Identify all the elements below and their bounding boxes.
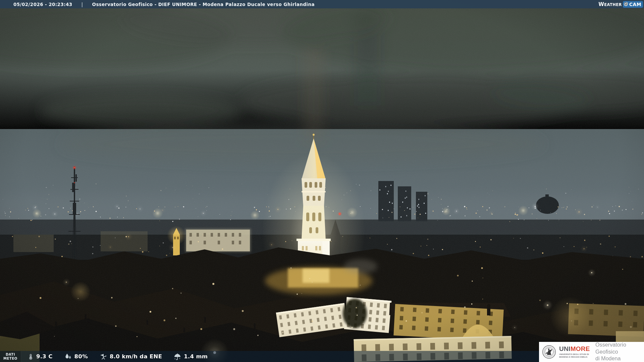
weathercam-cam-badge: CAM	[623, 1, 643, 8]
unimore-uni-text: UNI	[559, 345, 571, 352]
wind-vane-icon	[99, 353, 107, 361]
observatory-name-line2: di Modena	[595, 355, 644, 362]
timestamp: 05/02/2026 - 20:23:43	[13, 2, 72, 7]
unimore-logo-box: UNIMORE UNIVERSITÀ DEGLI STUDI DI MODENA…	[539, 342, 644, 362]
dati-label-line1: DATI	[6, 353, 15, 357]
rain-value: 1.4 mm	[184, 353, 208, 360]
temperature-value: 9.3 C	[36, 353, 53, 360]
dati-meteo-label: DATI METEO	[0, 351, 21, 362]
webcam-frame: 05/02/2026 - 20:23:43 | Osservatorio Geo…	[0, 0, 644, 362]
unimore-brand: UNIMORE UNIVERSITÀ DEGLI STUDI DI MODENA…	[559, 346, 592, 359]
weathercam-cam-label: CAM	[629, 2, 641, 7]
wind-value: 8.0 km/h da ENE	[110, 353, 162, 360]
header-separator: |	[82, 2, 83, 7]
webcam-photo	[0, 0, 644, 362]
unimore-more-text: MORE	[571, 345, 590, 352]
header-bar: 05/02/2026 - 20:23:43 | Osservatorio Geo…	[0, 0, 644, 8]
weather-readings: 9.3 C 80% 8.0 km/h da ENE	[28, 353, 208, 361]
rain-reading: 1.4 mm	[173, 353, 208, 361]
university-name-line1: UNIVERSITÀ DEGLI STUDI DI	[559, 353, 592, 356]
camera-lens-icon	[624, 2, 628, 6]
temperature-reading: 9.3 C	[28, 353, 53, 361]
page-title: Osservatorio Geofisico - DIEF UNIMORE - …	[92, 2, 315, 7]
unimore-wordmark: UNIMORE	[559, 346, 592, 352]
university-name: UNIVERSITÀ DEGLI STUDI DI MODENA E REGGI…	[559, 353, 592, 359]
film-grain	[0, 0, 644, 362]
dati-label-line2: METEO	[3, 357, 17, 361]
university-name-line2: MODENA E REGGIO EMILIA	[559, 356, 592, 358]
weathercam-logo: Weather CAM	[598, 1, 643, 8]
humidity-value: 80%	[74, 353, 88, 360]
unimore-seal-icon	[542, 345, 556, 359]
umbrella-icon	[173, 353, 181, 361]
observatory-name: Osservatorio Geofisico di Modena	[595, 342, 644, 362]
droplets-icon	[64, 353, 72, 361]
weathercam-weather-label: Weather	[598, 1, 622, 7]
observatory-name-line1: Osservatorio Geofisico	[595, 342, 644, 356]
humidity-reading: 80%	[64, 353, 88, 361]
thermometer-icon	[28, 353, 34, 361]
wind-reading: 8.0 km/h da ENE	[99, 353, 162, 361]
